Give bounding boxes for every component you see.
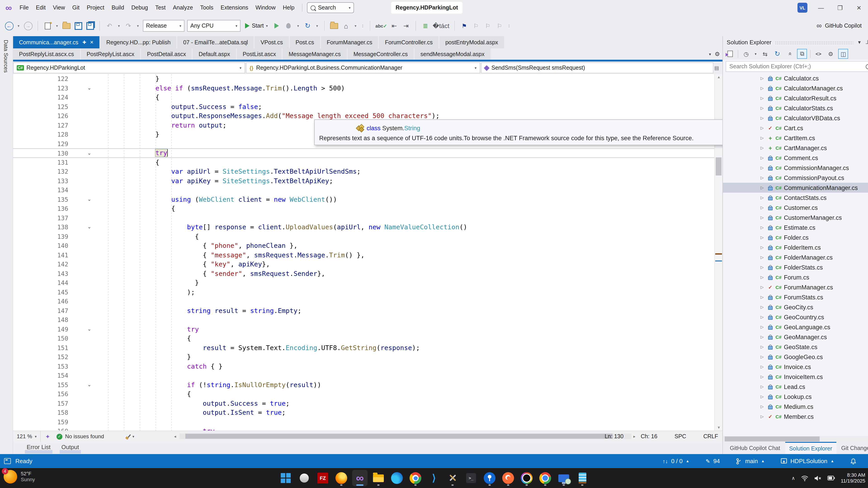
expand-icon[interactable]: ▷ xyxy=(761,76,765,81)
tab-regency-hd-pp-publish[interactable]: Regency.HD...pp: Publish xyxy=(100,36,176,49)
taskbar-app-notepad-icon[interactable] xyxy=(575,470,590,486)
tab-postlist-ascx[interactable]: PostList.ascx xyxy=(237,49,282,60)
scroll-up-icon[interactable]: ▲ xyxy=(715,75,723,79)
platform-dropdown[interactable]: Any CPU▾ xyxy=(187,20,241,32)
taskbar-app-vscode-icon[interactable]: ⟩ xyxy=(426,470,442,486)
properties-icon[interactable]: ⚙ xyxy=(826,49,835,58)
expand-icon[interactable]: ▷ xyxy=(761,176,765,180)
data-sources-tab[interactable]: Data Sources xyxy=(3,36,9,72)
tab-07-emailte-atedata-sql[interactable]: 07 - EmailTe...ateData.sql xyxy=(178,36,254,49)
find-in-files-icon[interactable] xyxy=(330,23,338,29)
expand-icon[interactable]: ▷ xyxy=(761,385,765,389)
chevron-down-icon[interactable]: ▾ xyxy=(55,20,59,31)
bookmark-icon[interactable]: ⚑ xyxy=(462,22,467,29)
tree-item-cartitem-cs[interactable]: ▷+C#CartItem.cs xyxy=(723,133,868,143)
code-line-142[interactable]: 142 { "key", apiKey}, xyxy=(13,260,715,269)
indent-icon[interactable]: ⇥ xyxy=(401,20,410,31)
new-item-icon[interactable]: ✶ xyxy=(44,22,51,29)
tree-item-customer-cs[interactable]: ▷C#Customer.cs xyxy=(723,203,868,213)
volume-muted-icon[interactable] xyxy=(814,475,822,481)
menu-build[interactable]: Build xyxy=(108,3,127,12)
menu-project[interactable]: Project xyxy=(84,3,107,12)
code-line-141[interactable]: 141 { "message", smsRequest.Message.Trim… xyxy=(13,250,715,260)
expand-icon[interactable]: ▷ xyxy=(761,156,765,160)
menu-extensions[interactable]: Extensions xyxy=(217,3,251,12)
pending-changes-filter-icon[interactable]: ◷ xyxy=(742,49,751,58)
expand-icon[interactable]: ▷ xyxy=(761,86,765,90)
code-line-134[interactable]: 134 xyxy=(13,185,715,195)
taskbar-app-filezilla-icon[interactable]: FZ xyxy=(315,470,331,486)
menu-git[interactable]: Git xyxy=(69,3,83,12)
tree-item-googlegeo-cs[interactable]: ▷C#GoogleGeo.cs xyxy=(723,352,868,362)
tree-item-estimate-cs[interactable]: ▷C#Estimate.cs xyxy=(723,222,868,233)
expand-icon[interactable]: ▷ xyxy=(761,255,765,260)
chevron-down-icon[interactable]: ▾ xyxy=(135,20,140,31)
expand-icon[interactable]: ▷ xyxy=(761,404,765,409)
menu-help[interactable]: Help xyxy=(280,3,298,12)
tree-horizontal-scrollbar[interactable] xyxy=(723,436,868,442)
code-line-150[interactable]: 150 { xyxy=(13,334,715,343)
tree-item-cart-cs[interactable]: ▷✓C#Cart.cs xyxy=(723,123,868,133)
navigate-back-icon[interactable]: ← xyxy=(5,22,13,30)
notifications-button[interactable] xyxy=(850,458,856,464)
minimize-button[interactable]: — xyxy=(815,4,827,11)
taskbar-app-firefox-icon[interactable] xyxy=(334,470,349,486)
solution-search-input[interactable]: Search Solution Explorer (Ctrl+;) ▾ xyxy=(726,61,868,72)
menu-tools[interactable]: Tools xyxy=(197,3,217,12)
search-box[interactable]: Search ▾ xyxy=(307,2,354,13)
overflow-icon[interactable]: ⋮ xyxy=(361,20,365,31)
taskbar-app-search-icon[interactable] xyxy=(297,470,312,486)
code-line-156[interactable]: 156 { xyxy=(13,389,715,399)
expand-icon[interactable]: ▷ xyxy=(761,225,765,230)
tree-item-forum-cs[interactable]: ▷C#Forum.cs xyxy=(723,272,868,282)
collapse-all-icon[interactable]: » xyxy=(785,49,794,58)
tab-messagecontroller-cs[interactable]: MessageController.cs xyxy=(348,49,414,60)
tree-item-lead-cs[interactable]: ▷C#Lead.cs xyxy=(723,382,868,392)
wifi-icon[interactable] xyxy=(801,475,808,481)
fold-collapse-icon[interactable]: ⌄ xyxy=(87,84,91,92)
issues-indicator[interactable]: ✓ No issues found xyxy=(57,433,104,439)
panel-tab-error-list[interactable]: Error List xyxy=(27,442,51,451)
start-without-debug-icon[interactable] xyxy=(275,23,279,29)
code-line-147[interactable]: 147 string result = string.Empty; xyxy=(13,306,715,315)
spell-check-icon[interactable]: abc✓ xyxy=(375,20,387,31)
tab-postdetail-ascx[interactable]: PostDetail.ascx xyxy=(141,49,192,60)
tab-postreplylist-ascx[interactable]: PostReplyList.ascx xyxy=(81,49,140,60)
taskbar-app-tools-icon[interactable] xyxy=(445,470,460,486)
battery-icon[interactable] xyxy=(827,475,835,481)
tree-item-folder-cs[interactable]: ▷C#Folder.cs xyxy=(723,233,868,242)
taskbar-app-edge-icon[interactable] xyxy=(389,470,405,486)
expand-icon[interactable]: ▷ xyxy=(761,374,765,379)
code-line-136[interactable]: 136 { xyxy=(13,204,715,213)
code-line-137[interactable]: 137 xyxy=(13,213,715,222)
expand-icon[interactable]: ▷ xyxy=(761,285,765,289)
taskbar-app-lens-icon[interactable] xyxy=(519,470,534,486)
code-cleanup-button[interactable]: ▾ xyxy=(126,434,134,439)
code-line-154[interactable]: 154 xyxy=(13,371,715,380)
expand-icon[interactable]: ▷ xyxy=(761,165,765,170)
tab-forumcontroller-cs[interactable]: ForumController.cs xyxy=(379,36,438,49)
menu-test[interactable]: Test xyxy=(152,3,169,12)
code-line-157[interactable]: 157 output.Success = true; xyxy=(13,399,715,408)
expand-icon[interactable]: ▷ xyxy=(761,96,765,100)
tree-item-calculatormanager-cs[interactable]: ▷C#CalculatorManager.cs xyxy=(723,83,868,93)
expand-icon[interactable]: ▷ xyxy=(761,245,765,250)
tree-item-folderstats-cs[interactable]: ▷C#FolderStats.cs xyxy=(723,262,868,272)
tree-item-lookup-cs[interactable]: ▷C#Lookup.cs xyxy=(723,392,868,402)
tree-item-invoiceitem-cs[interactable]: ▷C#InvoiceItem.cs xyxy=(723,372,868,382)
tab-messagemanager-cs[interactable]: MessageManager.cs xyxy=(283,49,347,60)
tree-item-invoice-cs[interactable]: ▷C#Invoice.cs xyxy=(723,362,868,372)
line-indicator[interactable]: Ln: 130 xyxy=(604,433,623,439)
taskbar-app-postman-icon[interactable] xyxy=(500,470,516,486)
tree-item-calculatorresult-cs[interactable]: ▷C#CalculatorResult.cs xyxy=(723,93,868,103)
code-line-149[interactable]: 149⌄ try xyxy=(13,325,715,334)
chevron-down-icon[interactable]: ▾ xyxy=(117,20,121,31)
open-file-icon[interactable] xyxy=(62,23,70,29)
switch-views-icon[interactable] xyxy=(727,51,733,57)
word-wrap-icon[interactable]: �táct xyxy=(433,20,450,31)
code-line-125[interactable]: 125 output.Success = false; xyxy=(13,102,715,111)
code-line-139[interactable]: 139 { xyxy=(13,232,715,241)
next-bookmark-icon[interactable]: ⚐ xyxy=(485,22,490,29)
code-line-143[interactable]: 143 { "sender", smsRequest.Sender}, xyxy=(13,269,715,278)
save-all-icon[interactable] xyxy=(86,22,94,30)
